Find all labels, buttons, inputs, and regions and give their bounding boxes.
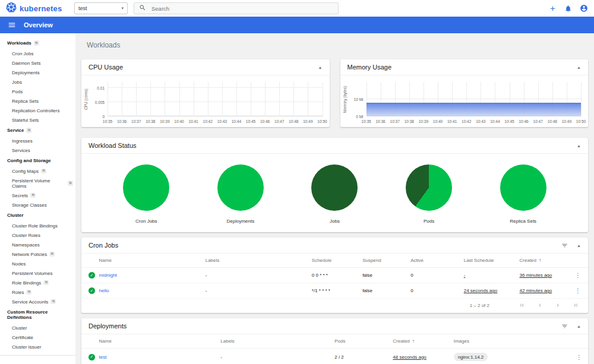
sidebar-item-secrets[interactable]: SecretsN [0,191,75,200]
resource-link[interactable]: test [99,354,107,360]
sidebar-item-jobs[interactable]: Jobs [0,77,75,87]
sidebar-item-cluster[interactable]: Cluster [0,323,75,333]
gridline [265,82,266,116]
sidebar-item-stateful-sets[interactable]: Stateful Sets [0,115,75,125]
collapse-icon[interactable]: ▲ [577,324,581,328]
x-tick-label: 10:37 [390,119,400,124]
gridline [194,82,194,116]
column-header-images[interactable]: Images [451,334,570,349]
column-header-labels[interactable]: Labels [203,254,309,268]
cell-text: 0 [410,288,413,293]
workload-pie-jobs: Jobs [296,164,373,224]
pie-label: Pods [424,219,434,224]
sidebar-item-persistent-volume-claims[interactable]: Persistent Volume ClaimsN [0,176,75,191]
column-header-schedule[interactable]: Schedule [309,254,360,268]
cell-text: 0 0 * * * [312,273,328,278]
row-actions-button[interactable]: ⋮ [575,287,581,294]
sidebar-item-cron-jobs[interactable]: Cron Jobs [0,49,75,58]
sidebar-item-persistent-volumes[interactable]: Persistent Volumes [0,268,75,278]
column-header-suspend[interactable]: Suspend [360,254,408,268]
toolbar-title: Overview [24,21,53,29]
sidebar-item-network-policies[interactable]: Network PoliciesN [0,249,75,259]
sidebar-item-pods[interactable]: Pods [0,87,75,96]
prev-page-button[interactable] [537,302,543,308]
sidebar-item-settings[interactable]: Settings [0,359,75,364]
user-account-icon[interactable] [580,4,588,12]
sidebar-item-nodes[interactable]: Nodes [0,259,75,268]
collapse-icon[interactable]: ▲ [318,65,323,69]
filter-icon[interactable] [561,323,568,330]
x-tick-label: 10:44 [232,119,241,124]
sidebar-divider [0,355,75,356]
collapse-icon[interactable]: ▲ [577,144,581,148]
deployments-card: Deployments ▲ NameLabelsPodsCreated↑Imag… [81,318,588,364]
sidebar-item-daemon-sets[interactable]: Daemon Sets [0,58,75,68]
column-header-created[interactable]: Created↑ [517,254,568,268]
column-header-labels[interactable]: Labels [218,334,332,349]
row-actions-button[interactable]: ⋮ [576,354,582,360]
page-title: Workloads [87,41,588,49]
column-header-name[interactable]: Name [97,254,203,268]
sidebar-item-deployments[interactable]: Deployments [0,68,75,77]
cell-text: false [362,273,372,278]
sidebar-item-config-maps[interactable]: Config MapsN [0,166,75,176]
x-tick-label: 10:36 [375,119,385,124]
sidebar-item-certificate[interactable]: Certificate [0,333,75,342]
x-tick-label: 10:42 [462,119,471,124]
sidebar-group-custom-resource-definitions[interactable]: Custom Resource Definitions [0,306,75,323]
gridline [165,82,165,116]
top-app-bar: kubernetes test ▾ [0,0,594,17]
cell-text: - [206,288,207,293]
namespace-select[interactable]: test ▾ [74,2,128,14]
sidebar-group-workloads[interactable]: WorkloadsN [0,37,75,49]
gridline [323,82,323,116]
sidebar-item-storage-classes[interactable]: Storage Classes [0,200,75,210]
column-header-last-schedule[interactable]: Last Schedule [462,254,517,268]
sidebar-item-replica-sets[interactable]: Replica Sets [0,96,75,106]
resource-link[interactable]: midnight [99,273,117,278]
sidebar-item-cluster-roles[interactable]: Cluster Roles [0,230,75,240]
gridline [236,82,237,116]
column-header-active[interactable]: Active [408,254,462,268]
search-input[interactable] [151,5,333,12]
timestamp-text: - [464,273,466,278]
timestamp-text: 36 minutes ago [520,273,552,278]
kubernetes-logo[interactable]: kubernetes [6,2,74,15]
workload-pie-pods: Pods [390,164,467,224]
sidebar-item-cluster-issuer[interactable]: Cluster Issuer [0,342,75,352]
cron-jobs-title: Cron Jobs [89,242,118,249]
column-header-pods[interactable]: Pods [332,334,390,349]
next-page-button[interactable] [555,302,561,308]
sidebar-nav: WorkloadsNCron JobsDaemon SetsDeployment… [0,33,75,364]
menu-hamburger-icon[interactable] [8,21,16,29]
cron-job-row: ✓hello-*/1 * * * *false024 seconds ago42… [81,283,588,299]
x-tick-label: 10:48 [548,119,557,124]
y-tick-label: 0 Mi [356,115,363,119]
collapse-icon[interactable]: ▲ [577,243,581,248]
sidebar-item-role-bindings[interactable]: Role BindingsN [0,278,75,287]
resource-link[interactable]: hello [99,288,109,293]
x-tick-label: 10:35 [103,119,112,124]
timestamp-text: 24 seconds ago [464,288,498,293]
row-actions-button[interactable]: ⋮ [575,272,581,278]
kubernetes-helm-icon [6,2,17,15]
sidebar-item-services[interactable]: Services [0,145,75,155]
create-resource-button[interactable] [549,5,557,12]
filter-icon[interactable] [561,242,568,249]
sidebar-item-service-accounts[interactable]: Service AccountsN [0,297,75,306]
column-header-name[interactable]: Name [97,334,219,349]
collapse-icon[interactable]: ▲ [577,65,581,69]
column-header-spacer [81,254,97,268]
sidebar-item-roles[interactable]: RolesN [0,287,75,297]
column-header-created[interactable]: Created↑ [390,334,451,349]
sidebar-item-cluster-role-bindings[interactable]: Cluster Role Bindings [0,221,75,230]
sidebar-item-ingresses[interactable]: Ingresses [0,136,75,145]
last-page-button[interactable] [573,302,579,308]
first-page-button[interactable] [519,302,525,308]
pie-label: Jobs [330,219,340,224]
notifications-bell-icon[interactable] [564,5,572,12]
cell-text: - [220,354,222,360]
brand-text: kubernetes [20,4,62,13]
sidebar-item-namespaces[interactable]: Namespaces [0,240,75,249]
sidebar-item-replication-controllers[interactable]: Replication Controllers [0,106,75,115]
